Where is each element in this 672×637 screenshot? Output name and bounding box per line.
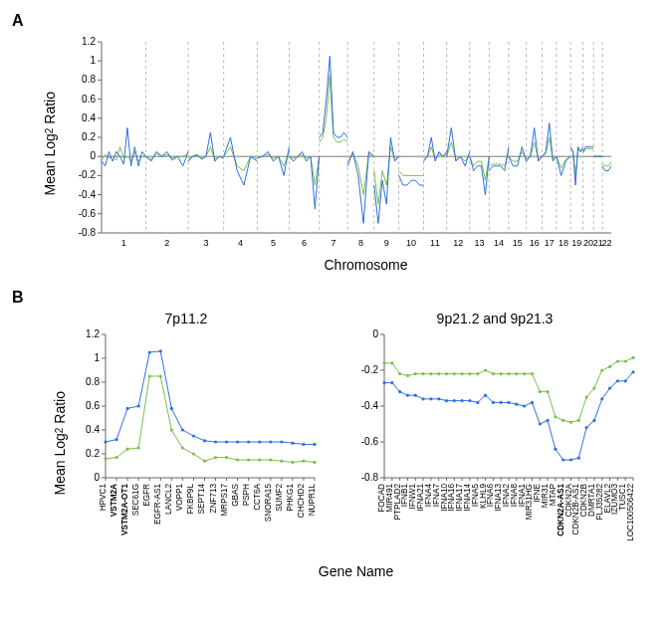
- svg-text:SUMF2: SUMF2: [275, 484, 284, 512]
- svg-point-288: [484, 368, 487, 371]
- svg-point-253: [468, 399, 471, 402]
- svg-text:PHKG1: PHKG1: [286, 484, 295, 512]
- svg-text:12: 12: [453, 238, 463, 248]
- svg-point-155: [225, 456, 228, 459]
- svg-text:NUPR1L: NUPR1L: [308, 484, 317, 517]
- svg-point-132: [192, 434, 195, 437]
- svg-text:13: 13: [475, 238, 485, 248]
- svg-text:0.2: 0.2: [86, 448, 100, 459]
- svg-point-289: [492, 372, 495, 375]
- svg-point-243: [390, 381, 393, 384]
- panel-b1-svg: 00.20.40.60.811.2HPVC1VSTM2AVSTM2A-OT1SE…: [72, 328, 321, 557]
- svg-point-126: [126, 407, 129, 410]
- svg-point-258: [507, 401, 510, 404]
- svg-text:0: 0: [90, 150, 96, 161]
- svg-text:-0.4: -0.4: [79, 189, 97, 200]
- svg-point-273: [624, 379, 627, 382]
- svg-text:-0.6: -0.6: [79, 208, 97, 219]
- panel-b-xlabel: Gene Name: [52, 563, 660, 579]
- svg-text:0.4: 0.4: [82, 112, 96, 123]
- svg-point-161: [291, 461, 294, 464]
- svg-point-152: [192, 452, 195, 455]
- svg-text:CHCHD2: CHCHD2: [297, 484, 306, 519]
- svg-point-270: [600, 397, 603, 400]
- svg-point-275: [382, 361, 385, 364]
- svg-point-134: [214, 440, 217, 443]
- panel-a-xlabel: Chromosome: [72, 257, 660, 273]
- svg-point-272: [616, 379, 619, 382]
- svg-point-247: [421, 397, 424, 400]
- svg-text:17: 17: [545, 238, 555, 248]
- svg-point-159: [269, 458, 272, 461]
- svg-point-143: [313, 443, 316, 446]
- svg-text:SEC61G: SEC61G: [131, 484, 140, 516]
- svg-text:2: 2: [164, 238, 169, 248]
- svg-point-141: [291, 442, 294, 445]
- svg-text:GBAS: GBAS: [231, 483, 240, 506]
- svg-text:8: 8: [358, 238, 363, 248]
- svg-point-283: [445, 372, 448, 375]
- svg-point-160: [280, 460, 283, 463]
- svg-text:10: 10: [406, 238, 416, 248]
- svg-point-298: [561, 419, 564, 422]
- svg-point-280: [421, 372, 424, 375]
- svg-text:7: 7: [331, 238, 336, 248]
- svg-point-125: [114, 438, 117, 441]
- svg-text:VSTM2A: VSTM2A: [110, 484, 118, 517]
- svg-point-296: [546, 390, 549, 393]
- svg-point-302: [592, 386, 595, 389]
- svg-point-305: [616, 359, 619, 362]
- svg-point-131: [181, 428, 184, 431]
- svg-text:FKBP9L: FKBP9L: [186, 484, 195, 515]
- svg-point-277: [398, 372, 401, 375]
- svg-text:0.6: 0.6: [82, 94, 96, 105]
- svg-point-299: [569, 421, 572, 424]
- svg-text:SNORA15: SNORA15: [264, 484, 273, 523]
- svg-point-158: [258, 458, 261, 461]
- svg-point-154: [214, 456, 217, 459]
- svg-text:0.4: 0.4: [86, 424, 100, 435]
- svg-text:1: 1: [121, 238, 126, 248]
- svg-point-257: [500, 401, 503, 404]
- svg-point-245: [406, 394, 409, 397]
- svg-point-249: [437, 397, 440, 400]
- svg-text:PSPH: PSPH: [242, 484, 251, 506]
- svg-text:1: 1: [94, 352, 100, 363]
- svg-point-285: [461, 372, 464, 375]
- svg-point-124: [104, 440, 107, 443]
- svg-point-153: [203, 460, 206, 463]
- svg-text:LANCL2: LANCL2: [164, 484, 173, 515]
- svg-text:VSTM2A-OT1: VSTM2A-OT1: [120, 484, 129, 535]
- svg-point-133: [203, 439, 206, 442]
- svg-text:-0.8: -0.8: [361, 472, 379, 483]
- svg-text:9: 9: [384, 238, 389, 248]
- svg-point-301: [585, 395, 588, 398]
- svg-point-294: [531, 372, 534, 375]
- svg-point-295: [539, 390, 542, 393]
- svg-point-139: [269, 440, 272, 443]
- svg-point-149: [159, 374, 162, 377]
- svg-text:-0.2: -0.2: [361, 364, 379, 375]
- svg-point-263: [546, 419, 549, 422]
- svg-text:0.2: 0.2: [82, 131, 96, 142]
- svg-point-135: [225, 440, 228, 443]
- panel-b2-container: 9p21.2 and 9p21.3 -0.8-0.6-0.4-0.20FOCAD…: [350, 311, 639, 557]
- svg-point-264: [554, 448, 557, 451]
- svg-point-128: [148, 350, 151, 353]
- svg-point-281: [429, 372, 432, 375]
- svg-point-250: [445, 399, 448, 402]
- svg-text:EGFR-AS1: EGFR-AS1: [153, 484, 162, 525]
- svg-point-251: [453, 399, 456, 402]
- svg-point-284: [453, 372, 456, 375]
- svg-point-144: [104, 457, 107, 460]
- svg-point-292: [515, 372, 518, 375]
- svg-point-145: [114, 456, 117, 459]
- svg-text:20: 20: [583, 238, 593, 248]
- panel-b-row: 7p11.2 Mean Log2 Ratio 00.20.40.60.811.2…: [52, 311, 660, 557]
- panel-a-svg: -0.8-0.6-0.4-0.200.20.40.60.811.21234567…: [62, 34, 619, 253]
- panel-b-label: B: [12, 289, 660, 307]
- svg-point-137: [247, 440, 250, 443]
- svg-text:ZNF713: ZNF713: [209, 484, 218, 514]
- svg-point-278: [406, 374, 409, 377]
- svg-point-242: [382, 381, 385, 384]
